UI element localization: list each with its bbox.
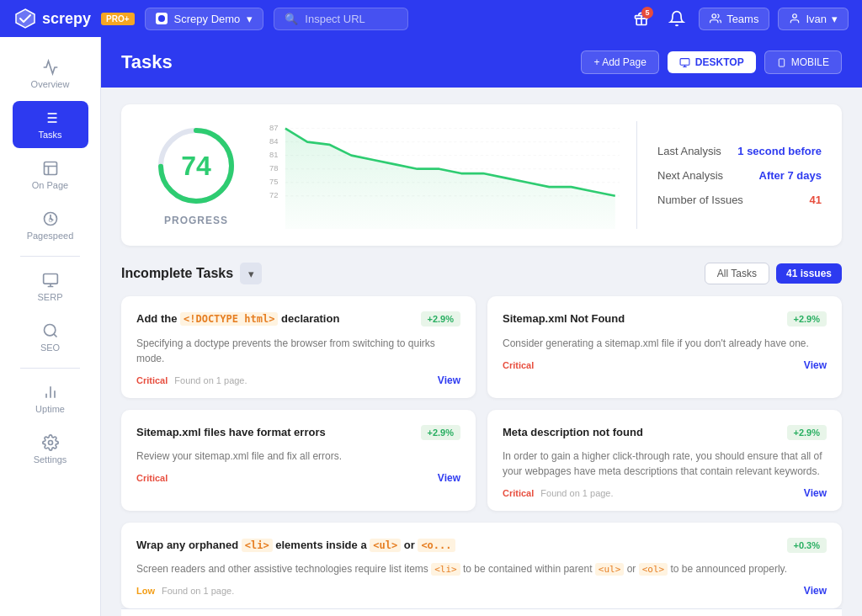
chevron-down-icon: ▾ [247, 13, 253, 25]
view-link[interactable]: View [804, 585, 827, 597]
add-page-button[interactable]: + Add Page [581, 50, 658, 74]
task-title: Sitemap.xml files have format errors [136, 425, 414, 440]
svg-text:84: 84 [269, 136, 278, 146]
svg-text:81: 81 [269, 150, 278, 159]
svg-text:78: 78 [269, 163, 278, 173]
svg-text:G: G [48, 217, 52, 223]
user-menu-button[interactable]: Ivan ▾ [778, 8, 849, 30]
sidebar-item-seo[interactable]: SEO [13, 314, 88, 361]
task-code-li: <li> [242, 539, 273, 552]
desktop-view-button[interactable]: DESKTOP [668, 51, 756, 73]
svg-rect-9 [44, 162, 56, 175]
score-tag: +0.3% [787, 538, 827, 553]
task-header: Wrap any orphaned <li> elements inside a… [136, 538, 827, 553]
issues-count-badge: 41 issues [776, 263, 842, 284]
task-card-sitemap-notfound: Sitemap.xml Not Found +2.9% Consider gen… [487, 296, 842, 397]
view-link[interactable]: View [438, 374, 460, 386]
search-icon: 🔍 [285, 13, 298, 25]
sidebar-item-overview[interactable]: Overview [13, 50, 88, 98]
sidebar-label-seo: SEO [40, 343, 60, 353]
svg-text:75: 75 [269, 177, 278, 186]
sidebar-item-uptime[interactable]: Uptime [13, 375, 88, 422]
teams-button[interactable]: Teams [699, 8, 769, 30]
svg-line-14 [53, 334, 56, 337]
project-selector[interactable]: Screpy Demo ▾ [145, 8, 264, 30]
tasks-section-header: Incomplete Tasks ▾ All Tasks 41 issues [121, 263, 842, 284]
gift-badge: 5 [641, 7, 653, 19]
task-footer: Critical Found on 1 page. View [136, 374, 460, 386]
tasks-title-text: Incomplete Tasks [121, 266, 233, 281]
mobile-view-button[interactable]: MOBILE [764, 50, 842, 74]
next-analysis-label: Next Analysis [657, 169, 723, 182]
project-icon [156, 13, 168, 24]
task-title: Add the <!DOCTYPE html> declaration [136, 311, 414, 327]
sidebar: Overview Tasks On Page G Pagespeed [0, 37, 101, 616]
progress-label: PROGRESS [164, 215, 228, 226]
task-title: Sitemap.xml Not Found [503, 311, 780, 327]
mobile-label: MOBILE [791, 56, 829, 68]
view-link[interactable]: View [804, 359, 827, 371]
task-description: Review your sitemap.xml file and fix all… [136, 449, 460, 464]
sidebar-divider [20, 256, 80, 257]
sidebar-item-settings[interactable]: Settings [13, 426, 88, 473]
logo-text: screpy [42, 10, 91, 28]
issues-row: Number of Issues 41 [657, 194, 822, 206]
severity-badge: Critical [136, 375, 168, 385]
task-meta: Critical Found on 1 page. [503, 488, 614, 498]
severity-badge: Critical [503, 488, 534, 498]
task-code-ol: <o... [418, 539, 455, 552]
task-meta: Critical [136, 473, 168, 483]
task-code-ol2: <ol> [639, 563, 668, 576]
tasks-title: Incomplete Tasks ▾ [121, 263, 262, 284]
search-placeholder: Inspect URL [305, 13, 365, 25]
last-analysis-row: Last Analysis 1 second before [657, 145, 822, 157]
severity-badge: Critical [503, 360, 534, 370]
task-description: Consider generating a sitemap.xml file i… [503, 336, 827, 351]
filter-button[interactable]: ▾ [240, 263, 262, 284]
sidebar-label-tasks: Tasks [38, 130, 61, 140]
svg-point-13 [44, 325, 55, 336]
score-tag: +2.9% [787, 425, 827, 440]
task-title: Meta description not found [503, 425, 780, 440]
svg-point-15 [48, 441, 52, 445]
gift-button[interactable]: 5 [628, 5, 655, 32]
sidebar-item-pagespeed[interactable]: G Pagespeed [13, 202, 88, 249]
inspect-url-input[interactable]: 🔍 Inspect URL [274, 8, 408, 30]
task-header: Add the <!DOCTYPE html> declaration +2.9… [136, 311, 460, 327]
score-tag: +2.9% [421, 311, 461, 327]
user-chevron-icon: ▾ [832, 13, 838, 25]
all-tasks-button[interactable]: All Tasks [705, 263, 769, 284]
found-text: Found on 1 page. [162, 586, 234, 596]
sidebar-item-tasks[interactable]: Tasks [13, 101, 88, 148]
logo: screpy [13, 7, 91, 30]
topnav-right: 5 Teams Ivan ▾ [628, 5, 849, 32]
found-text: Found on 1 page. [540, 488, 613, 498]
sidebar-label-uptime: Uptime [35, 404, 65, 414]
page-header: Tasks + Add Page DESKTOP MOBILE [101, 37, 862, 88]
pro-badge: PRO+ [101, 13, 135, 25]
view-link[interactable]: View [438, 472, 460, 484]
page-title: Tasks [121, 51, 173, 73]
task-card-doctype: Add the <!DOCTYPE html> declaration +2.9… [121, 296, 476, 397]
tasks-grid: Add the <!DOCTYPE html> declaration +2.9… [121, 296, 842, 510]
task-description: Specifying a doctype prevents the browse… [136, 336, 460, 366]
notifications-button[interactable] [663, 5, 690, 32]
task-header: Sitemap.xml Not Found +2.9% [503, 311, 827, 327]
last-analysis-label: Last Analysis [657, 145, 721, 157]
score-tag: +2.9% [787, 311, 827, 327]
sidebar-label-pagespeed: Pagespeed [27, 231, 74, 241]
next-analysis-row: Next Analysis After 7 days [657, 169, 822, 182]
view-link[interactable]: View [804, 487, 827, 499]
user-name: Ivan [806, 13, 827, 25]
sidebar-item-onpage[interactable]: On Page [13, 151, 88, 199]
issues-label: Number of Issues [657, 194, 743, 206]
svg-rect-12 [43, 274, 57, 284]
issues-value: 41 [810, 194, 822, 206]
score-card: 74 PROGRESS 87 84 [121, 104, 842, 246]
task-footer: Critical Found on 1 page. View [503, 487, 827, 499]
task-code-1: <!DOCTYPE html> [180, 312, 278, 326]
sidebar-label-onpage: On Page [32, 180, 68, 190]
svg-text:72: 72 [269, 190, 278, 199]
sidebar-item-serp[interactable]: SERP [13, 263, 88, 311]
sidebar-divider-2 [20, 368, 80, 369]
